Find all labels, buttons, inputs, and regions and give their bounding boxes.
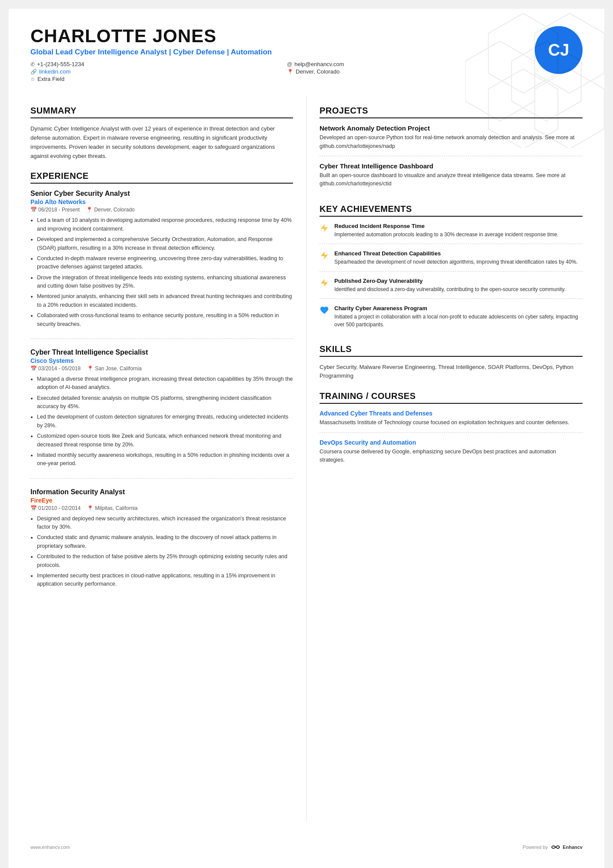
page-footer: www.enhancv.com Powered by Enhancv	[30, 839, 583, 851]
job-title: Global Lead Cyber Intelligence Analyst |…	[30, 48, 526, 57]
bullet-1-1: Led a team of 10 analysts in developing …	[37, 216, 293, 233]
training-item-1: Advanced Cyber Threats and Defenses Mass…	[320, 410, 583, 432]
bullet-2-3: Led the development of custom detection …	[37, 413, 293, 430]
achievement-desc-1: Implemented automation protocols leading…	[334, 231, 559, 238]
avatar: CJ	[535, 26, 583, 74]
achievement-desc-4: Initiated a project in collaboration wit…	[334, 313, 583, 328]
phone-number: +1-(234)-555-1234	[37, 61, 84, 67]
location-icon-1: 📍	[86, 207, 93, 213]
name-title-block: CHARLOTTE JONES Global Lead Cyber Intell…	[30, 26, 526, 57]
footer-website: www.enhancv.com	[30, 845, 70, 850]
achievement-content-3: Published Zero-Day Vulnerability Identif…	[334, 278, 566, 293]
bullet-1-5: Mentored junior analysts, enhancing thei…	[37, 292, 293, 309]
job-meta-2: 📅 03/2014 - 05/2018 📍 San Jose, Californ…	[30, 365, 293, 372]
bolt-icon-1	[320, 223, 329, 233]
bolt-icon-2	[320, 251, 329, 260]
bullet-1-6: Collaborated with cross-functional teams…	[37, 312, 293, 328]
job-title-2: Cyber Threat Intelligence Specialist	[30, 349, 293, 356]
achievement-desc-2: Spearheaded the development of novel det…	[334, 258, 578, 266]
header-avatar-area: CJ	[535, 26, 583, 74]
location-text: Denver, Colorado	[296, 68, 340, 75]
enhancv-brand-name: Enhancv	[563, 845, 583, 850]
email-icon: @	[287, 61, 292, 67]
job-date-3: 📅 01/2010 - 02/2014	[30, 505, 80, 511]
training-course-title-2: DevOps Security and Automation	[320, 439, 583, 446]
job-bullets-2: Managed a diverse threat intelligence pr…	[30, 375, 293, 468]
training-title: TRAINING / COURSES	[320, 391, 583, 404]
location-icon-3: 📍	[87, 505, 93, 511]
bullet-3-4: Implemented security best practices in c…	[37, 572, 293, 589]
linkedin-icon: 🔗	[30, 69, 37, 75]
job-location-1: 📍 Denver, Colorado	[86, 207, 134, 213]
project-title-2: Cyber Threat Intelligence Dashboard	[320, 162, 583, 170]
avatar-initials: CJ	[548, 41, 570, 60]
enhancv-logo-icon	[550, 844, 561, 851]
skills-text: Cyber Security, Malware Reverse Engineer…	[320, 363, 583, 381]
job-item-3: Information Security Analyst FireEye 📅 0…	[30, 488, 293, 599]
projects-section: PROJECTS Network Anomaly Detection Proje…	[320, 106, 583, 194]
project-title-1: Network Anomaly Detection Project	[320, 124, 583, 132]
training-desc-1: Massachusetts Institute of Technology co…	[320, 419, 583, 427]
calendar-icon-1: 📅	[30, 207, 37, 213]
phone-contact: ✆ +1-(234)-555-1234	[30, 61, 270, 67]
job-title-3: Information Security Analyst	[30, 488, 293, 496]
job-item-1: Senior Cyber Security Analyst Palo Alto …	[30, 190, 293, 339]
achievement-title-2: Enhanced Threat Detection Capabilities	[334, 250, 578, 257]
training-desc-2: Coursera course delivered by Google, emp…	[320, 448, 583, 465]
job-bullets-3: Designed and deployed new security archi…	[30, 515, 293, 589]
calendar-icon-2: 📅	[30, 365, 37, 372]
location-contact: 📍 Denver, Colorado	[287, 68, 526, 75]
achievement-content-4: Charity Cyber Awareness Program Initiate…	[334, 305, 583, 328]
job-title-1: Senior Cyber Security Analyst	[30, 190, 293, 198]
resume-header: CHARLOTTE JONES Global Lead Cyber Intell…	[30, 26, 583, 91]
achievement-item-3: Published Zero-Day Vulnerability Identif…	[320, 278, 583, 299]
left-column: SUMMARY Dynamic Cyber Intelligence Analy…	[30, 95, 306, 822]
header-info: CHARLOTTE JONES Global Lead Cyber Intell…	[30, 26, 526, 82]
linkedin-contact: 🔗 linkedin.com	[30, 68, 270, 75]
location-icon-2: 📍	[87, 365, 93, 372]
job-date-2: 📅 03/2014 - 05/2018	[30, 365, 80, 372]
achievement-title-4: Charity Cyber Awareness Program	[334, 305, 583, 312]
project-item-1: Network Anomaly Detection Project Develo…	[320, 124, 583, 156]
job-company-1: Palo Alto Networks	[30, 198, 293, 205]
summary-title: SUMMARY	[30, 106, 293, 118]
right-column: PROJECTS Network Anomaly Detection Proje…	[306, 95, 583, 822]
contact-info: ✆ +1-(234)-555-1234 @ help@enhancv.com 🔗…	[30, 61, 526, 82]
bullet-1-4: Drove the integration of threat intellig…	[37, 274, 293, 291]
experience-title: EXPERIENCE	[30, 171, 293, 184]
bullet-2-2: Executed detailed forensic analysis on m…	[37, 394, 293, 411]
job-location-3: 📍 Milpitas, California	[87, 505, 137, 511]
project-desc-1: Developed an open-source Python tool for…	[320, 134, 583, 151]
project-desc-2: Built an open-source dashboard to visual…	[320, 171, 583, 188]
achievement-content-1: Reduced Incident Response Time Implement…	[334, 223, 559, 238]
bullet-3-1: Designed and deployed new security archi…	[37, 515, 293, 532]
email-contact: @ help@enhancv.com	[287, 61, 526, 67]
footer-brand: Powered by Enhancv	[523, 844, 583, 851]
project-item-2: Cyber Threat Intelligence Dashboard Buil…	[320, 162, 583, 194]
training-item-2: DevOps Security and Automation Coursera …	[320, 439, 583, 470]
achievement-item-2: Enhanced Threat Detection Capabilities S…	[320, 250, 583, 271]
email-address: help@enhancv.com	[294, 61, 344, 67]
bullet-2-1: Managed a diverse threat intelligence pr…	[37, 375, 293, 392]
bullet-2-5: Initiated monthly security awareness wor…	[37, 451, 293, 468]
heart-icon-4	[320, 305, 329, 315]
achievement-desc-3: Identified and disclosed a zero-day vuln…	[334, 285, 566, 293]
training-course-title-1: Advanced Cyber Threats and Defenses	[320, 410, 583, 417]
star-icon: ☆	[30, 76, 35, 82]
achievements-title: KEY ACHIEVEMENTS	[320, 204, 583, 217]
linkedin-url: linkedin.com	[39, 68, 70, 75]
job-meta-3: 📅 01/2010 - 02/2014 📍 Milpitas, Californ…	[30, 505, 293, 511]
job-item-2: Cyber Threat Intelligence Specialist Cis…	[30, 349, 293, 479]
bullet-3-3: Contributed to the reduction of false po…	[37, 553, 293, 570]
resume-page: CHARLOTTE JONES Global Lead Cyber Intell…	[9, 9, 604, 868]
bullet-3-2: Conducted static and dynamic malware ana…	[37, 533, 293, 550]
job-location-2: 📍 San Jose, California	[87, 365, 141, 372]
job-meta-1: 📅 06/2018 - Present 📍 Denver, Colorado	[30, 207, 293, 213]
extra-field-text: Extra Field	[37, 76, 64, 82]
summary-section: SUMMARY Dynamic Cyber Intelligence Analy…	[30, 106, 293, 161]
extra-field-contact: ☆ Extra Field	[30, 76, 270, 82]
job-company-3: FireEye	[30, 497, 293, 504]
job-date-1: 📅 06/2018 - Present	[30, 207, 80, 213]
bullet-2-4: Customized open-source tools like Zeek a…	[37, 432, 293, 449]
achievement-item-1: Reduced Incident Response Time Implement…	[320, 223, 583, 244]
